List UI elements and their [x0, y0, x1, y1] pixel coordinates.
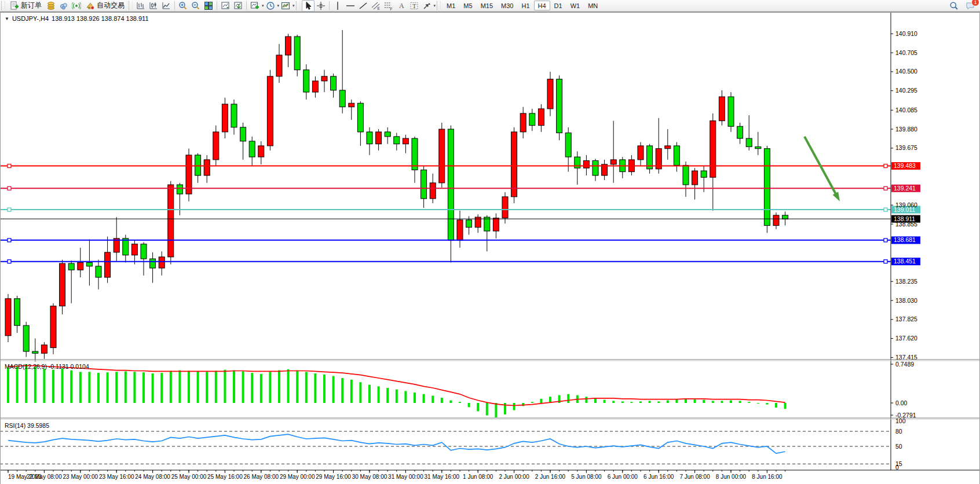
arrange-windows-icon[interactable] — [219, 0, 232, 12]
svg-text:26 May 08:00: 26 May 08:00 — [243, 474, 279, 480]
svg-text:8 Jun 16:00: 8 Jun 16:00 — [752, 474, 782, 480]
svg-text:5 Jun 08:00: 5 Jun 08:00 — [571, 474, 602, 480]
vertical-line-icon[interactable] — [331, 0, 344, 12]
text-label-icon[interactable]: T — [408, 0, 420, 12]
svg-text:8 Jun 00:00: 8 Jun 00:00 — [716, 474, 747, 480]
svg-text:137.620: 137.620 — [895, 335, 917, 342]
notification-badge: 1 — [971, 0, 979, 6]
svg-text:139.483: 139.483 — [894, 162, 916, 169]
svg-text:23 May 16:00: 23 May 16:00 — [99, 474, 134, 480]
svg-text:140.085: 140.085 — [895, 107, 917, 113]
svg-text:139.241: 139.241 — [894, 185, 916, 192]
periods-icon[interactable] — [264, 0, 277, 12]
svg-text:RSI(14) 39.5985: RSI(14) 39.5985 — [5, 422, 49, 429]
svg-text:139.675: 139.675 — [895, 144, 917, 151]
crosshair-icon[interactable] — [315, 0, 327, 12]
tf-M15[interactable]: M15 — [477, 1, 497, 10]
svg-text:29 May 16:00: 29 May 16:00 — [316, 474, 351, 480]
tf-H4[interactable]: H4 — [534, 1, 550, 10]
market-watch-icon[interactable] — [45, 0, 57, 12]
svg-text:138.451: 138.451 — [894, 258, 916, 265]
svg-text:MACD(12,26,9) -0.1131 0.0104: MACD(12,26,9) -0.1131 0.0104 — [5, 363, 89, 370]
tile-windows-icon[interactable] — [202, 0, 215, 12]
arrow-objects-icon[interactable] — [420, 0, 433, 12]
chart-ohlc-readout: 138.913 138.926 138.874 138.911 — [52, 15, 148, 22]
svg-text:2 Jun 16:00: 2 Jun 16:00 — [535, 474, 566, 480]
svg-text:138.681: 138.681 — [894, 236, 916, 243]
cursor-icon[interactable] — [302, 0, 315, 12]
svg-text:6 Jun 00:00: 6 Jun 00:00 — [608, 474, 638, 480]
svg-text:29 May 00:00: 29 May 00:00 — [280, 474, 315, 480]
svg-text:31 May 00:00: 31 May 00:00 — [388, 474, 423, 480]
toolbar-grip[interactable] — [1, 1, 5, 10]
svg-text:6 Jun 16:00: 6 Jun 16:00 — [643, 474, 674, 480]
tf-D1[interactable]: D1 — [550, 1, 566, 10]
chart-title: ▼ USDJPY-,H4 138.913 138.926 138.874 138… — [5, 15, 149, 22]
candlestick-chart-icon[interactable] — [147, 0, 160, 12]
new-order-button[interactable]: 新订单 — [7, 1, 45, 11]
chart-dropdown-icon[interactable]: ▼ — [5, 16, 9, 21]
tf-M1[interactable]: M1 — [443, 1, 459, 10]
svg-text:138.235: 138.235 — [895, 278, 917, 285]
toolbar-grip[interactable] — [437, 1, 441, 10]
svg-text:31 May 16:00: 31 May 16:00 — [424, 474, 459, 480]
trend-line-icon[interactable] — [357, 0, 370, 12]
toolbar-separator — [329, 1, 330, 10]
line-chart-icon[interactable] — [160, 0, 173, 12]
svg-text:22 May 08:00: 22 May 08:00 — [27, 474, 62, 480]
tf-M30[interactable]: M30 — [497, 1, 517, 10]
svg-text:7 Jun 08:00: 7 Jun 08:00 — [679, 474, 710, 480]
autotrade-label: 自动交易 — [97, 1, 125, 10]
svg-text:0: 0 — [895, 464, 899, 471]
svg-text:25 May 00:00: 25 May 00:00 — [171, 474, 207, 480]
templates-dropdown[interactable]: ▾ — [292, 3, 295, 8]
price-chart[interactable]: 139.483139.241139.011138.911138.681138.4… — [0, 12, 980, 484]
svg-text:F: F — [390, 6, 392, 10]
arrow-objects-dropdown[interactable]: ▾ — [434, 3, 436, 8]
main-toolbar: 新订单 — [0, 0, 980, 12]
svg-text:139.880: 139.880 — [895, 126, 917, 133]
toolbar-right: 1 — [948, 0, 977, 12]
svg-text:T: T — [412, 2, 416, 9]
bar-chart-icon[interactable] — [134, 0, 147, 12]
text-icon[interactable]: A — [395, 0, 408, 12]
chat-icon[interactable]: 1 — [964, 0, 977, 12]
horizontal-line-icon[interactable] — [344, 0, 357, 12]
chart-symbol-period: USDJPY-,H4 — [12, 15, 49, 22]
toolbar-grip[interactable] — [129, 1, 133, 10]
svg-text:50: 50 — [895, 443, 902, 450]
svg-text:138.030: 138.030 — [895, 297, 917, 304]
community-icon[interactable] — [57, 0, 70, 12]
templates-icon[interactable] — [279, 0, 292, 12]
search-icon[interactable] — [948, 0, 960, 12]
tf-H1[interactable]: H1 — [517, 1, 533, 10]
svg-text:80: 80 — [895, 428, 902, 435]
autotrade-button[interactable]: 自动交易 — [83, 1, 127, 11]
tf-M5[interactable]: M5 — [459, 1, 476, 10]
svg-text:A: A — [399, 2, 404, 10]
signal-icon[interactable] — [70, 0, 83, 12]
svg-text:1 Jun 08:00: 1 Jun 08:00 — [463, 474, 493, 480]
timeframe-toolbar: M1M5M15M30H1H4D1W1MN — [443, 1, 602, 10]
svg-text:30 May 08:00: 30 May 08:00 — [352, 474, 387, 480]
equidistant-channel-icon[interactable]: E — [370, 0, 382, 12]
svg-text:100: 100 — [895, 417, 906, 424]
fibonacci-icon[interactable]: F — [382, 0, 395, 12]
tf-MN[interactable]: MN — [584, 1, 602, 10]
new-chart-dropdown[interactable]: ▾ — [262, 3, 264, 8]
svg-text:137.825: 137.825 — [895, 316, 917, 322]
toolbar-separator — [174, 1, 175, 10]
svg-text:138.855: 138.855 — [895, 221, 917, 228]
new-chart-icon[interactable] — [248, 0, 261, 12]
mt4-terminal: 新订单 — [0, 0, 980, 484]
tf-W1[interactable]: W1 — [566, 1, 584, 10]
svg-text:140.705: 140.705 — [895, 49, 917, 56]
svg-text:E: E — [377, 6, 380, 10]
toolbar-separator — [246, 1, 247, 10]
svg-text:2 Jun 00:00: 2 Jun 00:00 — [499, 474, 529, 480]
zoom-in-icon[interactable] — [177, 0, 189, 12]
toolbar-separator — [217, 1, 217, 10]
toolbar-grip[interactable] — [296, 1, 300, 10]
zoom-out-icon[interactable] — [189, 0, 202, 12]
cascade-windows-icon[interactable] — [232, 0, 244, 12]
